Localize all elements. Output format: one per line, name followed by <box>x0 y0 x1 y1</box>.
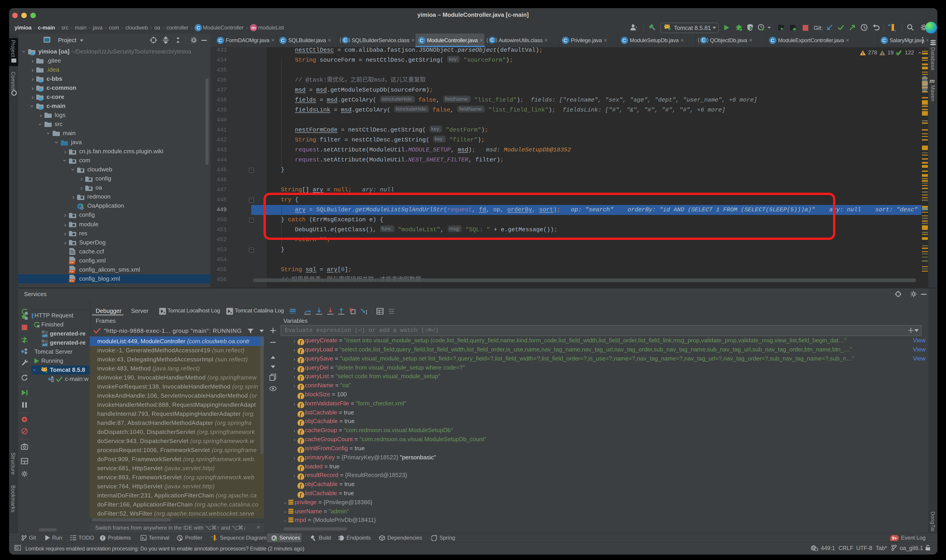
svg-text:API: API <box>43 334 47 337</box>
svg-text:API: API <box>43 343 47 346</box>
